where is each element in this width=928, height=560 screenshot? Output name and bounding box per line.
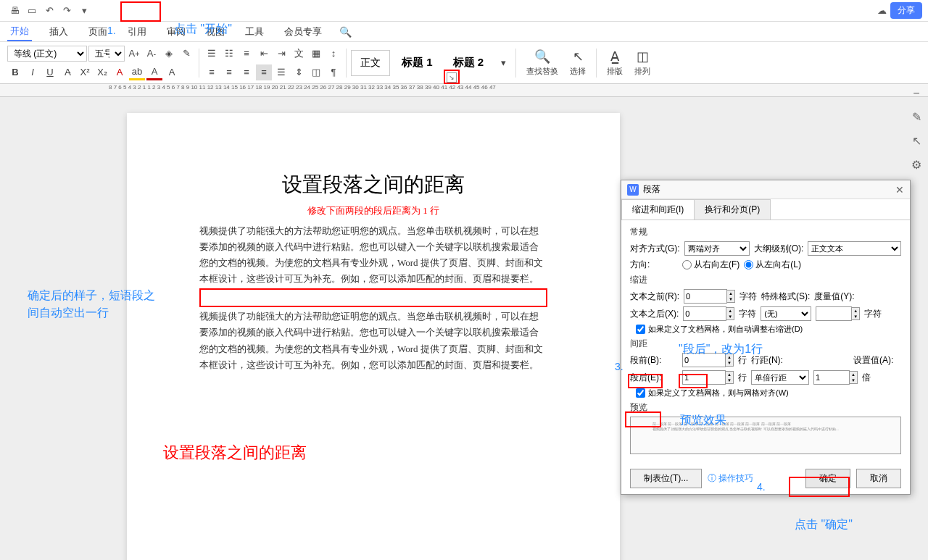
undo-icon[interactable]: ↶ bbox=[41, 2, 58, 20]
superscript-icon[interactable]: X² bbox=[77, 64, 93, 80]
menu-view[interactable]: 视图 bbox=[203, 23, 228, 41]
section-general: 常规 bbox=[630, 226, 901, 238]
find-replace-button[interactable]: 🔍查找替换 bbox=[521, 49, 564, 77]
document-page[interactable]: 设置段落之间的距离 修改下面两段的段后距离为 1 行 视频提供了功能强大的方法帮… bbox=[127, 113, 620, 560]
style-heading2[interactable]: 标题 2 bbox=[444, 56, 493, 70]
redo-icon[interactable]: ↷ bbox=[58, 2, 75, 20]
font-color-icon[interactable]: A bbox=[146, 64, 162, 80]
clear-format-icon[interactable]: ◈ bbox=[161, 46, 177, 62]
distribute-icon[interactable]: ☰ bbox=[273, 64, 289, 80]
after-text-input[interactable] bbox=[683, 306, 726, 321]
outline-select[interactable]: 正文文本 bbox=[808, 241, 901, 256]
increase-indent-icon[interactable]: ⇥ bbox=[273, 46, 289, 62]
align-left-icon[interactable]: ≡ bbox=[204, 64, 220, 80]
align-select[interactable]: 两端对齐 bbox=[684, 241, 750, 256]
numbering-icon[interactable]: ☷ bbox=[221, 46, 237, 62]
after-para-input[interactable] bbox=[682, 370, 726, 385]
arrange-button[interactable]: ◫排列 bbox=[629, 49, 656, 77]
menu-tools[interactable]: 工具 bbox=[242, 23, 267, 41]
align-justify-icon[interactable]: ≡ bbox=[256, 64, 272, 80]
annotation-title-red: 设置段落之间的距离 bbox=[163, 442, 307, 464]
after-para-label: 段后(E): bbox=[630, 372, 678, 384]
menu-page[interactable]: 页面 bbox=[86, 23, 110, 41]
set-val-label: 设置值(A): bbox=[853, 354, 901, 367]
menu-review[interactable]: 审阅 bbox=[164, 23, 188, 41]
tab-line-page[interactable]: 换行和分页(P) bbox=[694, 199, 771, 220]
font-name-select[interactable]: 等线 (正文) bbox=[7, 46, 87, 62]
search-icon[interactable]: 🔍 bbox=[339, 26, 352, 38]
select-button[interactable]: ↖选择 bbox=[564, 49, 592, 77]
pen-icon[interactable]: ✎ bbox=[912, 110, 921, 124]
line-spacing-label: 行距(N): bbox=[751, 354, 799, 367]
dropdown-icon[interactable]: ▾ bbox=[75, 2, 93, 20]
align-right-icon[interactable]: ≡ bbox=[239, 64, 254, 80]
subscript-icon[interactable]: X₂ bbox=[94, 64, 110, 80]
special-select[interactable]: (无) bbox=[761, 306, 811, 321]
menu-insert[interactable]: 插入 bbox=[46, 23, 71, 41]
decrease-indent-icon[interactable]: ⇤ bbox=[256, 46, 272, 62]
menu-start[interactable]: 开始 bbox=[7, 22, 32, 41]
paragraph-expand-arrow[interactable]: ↘ bbox=[447, 72, 457, 83]
fill-color-icon[interactable]: ◫ bbox=[308, 64, 324, 80]
toolbar: 等线 (正文) 五号 A+ A- ◈ ✎ B I U A̵ X² X₂ A ab… bbox=[0, 42, 928, 84]
measure-label: 度量值(Y): bbox=[814, 291, 862, 303]
settings-icon[interactable]: ⚙ bbox=[911, 158, 921, 172]
style-normal[interactable]: 正文 bbox=[351, 50, 390, 76]
measure-input[interactable] bbox=[816, 306, 852, 321]
multilevel-icon[interactable]: ≡ bbox=[239, 46, 254, 62]
line-spacing-icon[interactable]: ⇕ bbox=[291, 64, 307, 80]
paragraph-dialog: W 段落 ✕ 缩进和间距(I) 换行和分页(P) 常规 对齐方式(G): 两端对… bbox=[621, 180, 911, 495]
cloud-icon[interactable]: ☁ bbox=[873, 2, 890, 20]
dir-ltr-radio[interactable]: 从左向右(L) bbox=[744, 259, 801, 271]
before-para-label: 段前(B): bbox=[630, 354, 678, 367]
menu-vip[interactable]: 会员专享 bbox=[281, 23, 325, 41]
section-spacing: 间距 bbox=[630, 338, 901, 350]
border-icon[interactable]: ▦ bbox=[308, 46, 324, 62]
titlebar: 🖶 ▭ ↶ ↷ ▾ ☁ 分享 bbox=[0, 0, 928, 22]
tabs-button[interactable]: 制表位(T)... bbox=[630, 469, 702, 488]
outline-label: 大纲级别(O): bbox=[754, 243, 804, 255]
cb-snap-grid[interactable]: 如果定义了文档网格，则与网格对齐(W) bbox=[636, 388, 901, 398]
tips-link[interactable]: ⓘ 操作技巧 bbox=[708, 472, 753, 485]
tab-indent-spacing[interactable]: 缩进和间距(I) bbox=[621, 199, 695, 220]
ok-button[interactable]: 确定 bbox=[805, 469, 850, 488]
layout-button[interactable]: A̲排版 bbox=[601, 49, 629, 77]
underline-icon[interactable]: U bbox=[42, 64, 58, 80]
cancel-button[interactable]: 取消 bbox=[856, 469, 901, 488]
zoom-out-icon[interactable]: − bbox=[913, 87, 919, 100]
before-para-input[interactable] bbox=[682, 353, 726, 367]
bullets-icon[interactable]: ☰ bbox=[204, 46, 220, 62]
increase-font-icon[interactable]: A+ bbox=[126, 46, 142, 62]
side-tools: − ✎ ↖ ⚙ bbox=[908, 87, 925, 172]
style-heading1[interactable]: 标题 1 bbox=[393, 56, 442, 70]
font-size-select[interactable]: 五号 bbox=[88, 46, 125, 62]
ruler-horizontal: 8 7 6 5 4 3 2 1 1 2 3 4 5 6 7 8 9 10 11 … bbox=[0, 84, 928, 97]
cb-auto-indent[interactable]: 如果定义了文档网格，则自动调整右缩进(D) bbox=[636, 324, 901, 335]
decrease-font-icon[interactable]: A- bbox=[144, 46, 160, 62]
format-painter-icon[interactable]: ✎ bbox=[178, 46, 194, 62]
set-val-input[interactable] bbox=[813, 370, 850, 385]
save-icon[interactable]: 🖶 bbox=[6, 2, 23, 20]
italic-icon[interactable]: I bbox=[25, 64, 41, 80]
shading-icon[interactable]: A bbox=[164, 64, 180, 80]
show-marks-icon[interactable]: ¶ bbox=[326, 64, 341, 80]
preview-icon[interactable]: ▭ bbox=[23, 2, 41, 20]
dialog-titlebar: W 段落 ✕ bbox=[621, 180, 910, 199]
menu-reference[interactable]: 引用 bbox=[125, 23, 149, 41]
phonetic-icon[interactable]: 文 bbox=[291, 46, 307, 62]
direction-label: 方向: bbox=[630, 259, 678, 271]
share-button[interactable]: 分享 bbox=[890, 2, 922, 19]
dir-rtl-radio[interactable]: 从右向左(F) bbox=[682, 259, 740, 271]
font-effect-icon[interactable]: A bbox=[112, 64, 128, 80]
highlight-icon[interactable]: ab bbox=[129, 64, 145, 80]
cursor-icon[interactable]: ↖ bbox=[912, 134, 921, 148]
bold-icon[interactable]: B bbox=[7, 64, 23, 80]
align-center-icon[interactable]: ≡ bbox=[221, 64, 237, 80]
style-more-icon[interactable]: ▾ bbox=[495, 55, 511, 71]
before-text-input[interactable] bbox=[684, 289, 727, 304]
doc-paragraph-2: 视频提供了功能强大的方法帮助您证明您的观点。当您单击联机视频时，可以在想要添加的… bbox=[199, 309, 547, 372]
sort-icon[interactable]: ↕ bbox=[326, 46, 341, 62]
close-icon[interactable]: ✕ bbox=[895, 184, 904, 196]
line-spacing-select[interactable]: 单倍行距 bbox=[751, 370, 809, 385]
strike-icon[interactable]: A̵ bbox=[59, 64, 75, 80]
